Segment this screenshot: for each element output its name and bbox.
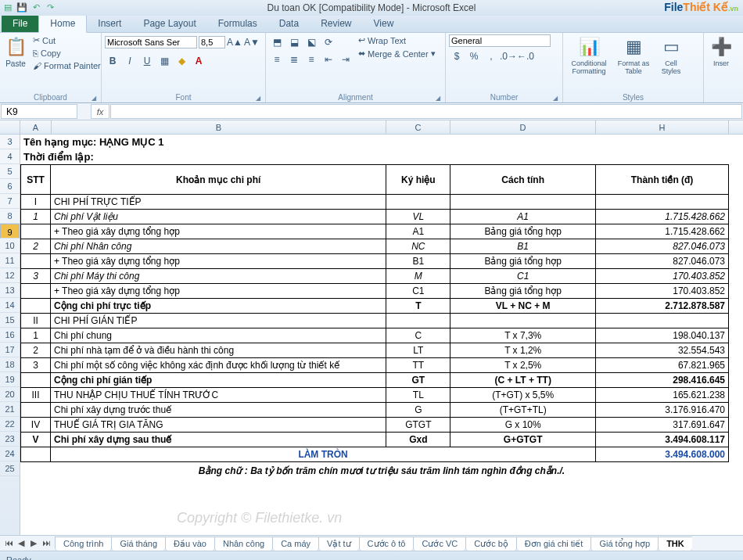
decrease-indent-icon[interactable]: ⇤ xyxy=(321,52,336,67)
sheet-tab[interactable]: Cước VC xyxy=(413,537,466,551)
sheet-tab[interactable]: THK xyxy=(658,537,692,551)
tab-insert[interactable]: Insert xyxy=(87,15,132,32)
row-header[interactable]: 22 xyxy=(0,417,20,432)
font-color-button[interactable]: A xyxy=(191,53,206,69)
cell-styles-button[interactable]: ▭Cell Styles xyxy=(655,34,687,75)
tab-view[interactable]: View xyxy=(363,15,405,32)
table-row[interactable]: IIITHU NHẬP CHỊU THUẾ TÍNH TRƯỚCTL(T+GT)… xyxy=(21,388,729,403)
table-row[interactable]: 1Chi phí Vật liệuVLA11.715.428.662 xyxy=(21,210,729,224)
sheet-tab[interactable]: Ca máy xyxy=(272,537,319,551)
table-row[interactable]: ICHI PHÍ TRỰC TIẾP xyxy=(21,195,729,210)
sheet-tab[interactable]: Giá tháng xyxy=(111,537,166,551)
sheet-tab[interactable]: Đầu vào xyxy=(165,537,215,551)
sheet-first-icon[interactable]: ⏮ xyxy=(3,538,14,548)
align-right-icon[interactable]: ≡ xyxy=(303,52,319,67)
row-header[interactable]: 15 xyxy=(0,313,20,328)
tab-formulas[interactable]: Formulas xyxy=(207,15,268,32)
row-header[interactable]: 14 xyxy=(0,298,20,313)
row-header[interactable]: 3 xyxy=(0,135,20,149)
align-middle-icon[interactable]: ⬓ xyxy=(286,34,302,50)
row-header[interactable]: 24 xyxy=(0,447,20,461)
row-header[interactable]: 8 xyxy=(0,209,20,224)
decrease-decimal-icon[interactable]: ←.0 xyxy=(518,48,533,64)
dialog-launcher-icon[interactable]: ◢ xyxy=(92,95,96,102)
row-header[interactable]: 25 xyxy=(0,461,20,476)
sheet-tab[interactable]: Đơn giá chi tiết xyxy=(516,537,592,551)
border-button[interactable]: ▦ xyxy=(156,53,172,69)
row-header[interactable]: 7 xyxy=(0,194,20,209)
formula-input[interactable] xyxy=(110,104,742,119)
align-left-icon[interactable]: ≡ xyxy=(269,52,285,67)
font-name-select[interactable] xyxy=(105,36,197,48)
sheet-prev-icon[interactable]: ◀ xyxy=(16,538,27,548)
underline-button[interactable]: U xyxy=(139,53,155,69)
col-header-b[interactable]: B xyxy=(52,120,386,134)
percent-icon[interactable]: % xyxy=(466,48,482,64)
table-row[interactable]: + Theo giá xây dựng tổng hợpB1Bảng giá t… xyxy=(21,254,729,269)
conditional-formatting-button[interactable]: 📊Conditional Formatting xyxy=(566,34,612,75)
table-row[interactable]: + Theo giá xây dựng tổng hợpA1Bảng giá t… xyxy=(21,224,729,239)
tab-page-layout[interactable]: Page Layout xyxy=(132,15,206,32)
table-row[interactable]: 2Chi phí Nhân côngNCB1827.046.073 xyxy=(21,239,729,254)
fx-button[interactable]: fx xyxy=(91,104,109,119)
fill-color-button[interactable]: ◆ xyxy=(174,53,189,69)
shrink-font-icon[interactable]: A▼ xyxy=(244,34,260,50)
table-row[interactable]: IVTHUẾ GIÁ TRỊ GIA TĂNGGTGTG x 10%317.69… xyxy=(21,418,729,433)
row-header[interactable]: 18 xyxy=(0,357,20,372)
redo-icon[interactable]: ↷ xyxy=(44,1,56,13)
col-header-h[interactable]: H xyxy=(596,120,729,134)
sheet-last-icon[interactable]: ⏭ xyxy=(41,538,52,548)
row-header[interactable]: 4 xyxy=(0,149,20,164)
dialog-launcher-icon[interactable]: ◢ xyxy=(256,95,260,102)
row-header[interactable]: 19 xyxy=(0,372,20,387)
table-row[interactable]: 3Chi phí một số công việc không xác định… xyxy=(21,358,729,373)
undo-icon[interactable]: ↶ xyxy=(30,1,42,13)
italic-button[interactable]: I xyxy=(122,53,138,69)
merge-center-button[interactable]: ⬌Merge & Center▾ xyxy=(357,48,437,59)
bold-button[interactable]: B xyxy=(105,53,120,69)
align-center-icon[interactable]: ≣ xyxy=(286,52,302,67)
number-format-select[interactable] xyxy=(449,34,551,47)
sheet-next-icon[interactable]: ▶ xyxy=(28,538,39,548)
col-header-a[interactable]: A xyxy=(20,120,52,134)
table-row[interactable]: LÀM TRÒN3.494.608.000 xyxy=(21,447,729,462)
row-header[interactable]: 9 xyxy=(0,224,20,239)
orientation-icon[interactable]: ⟳ xyxy=(321,34,336,50)
col-header-d[interactable]: D xyxy=(450,120,596,134)
accounting-icon[interactable]: $ xyxy=(449,48,465,64)
select-all-corner[interactable] xyxy=(0,120,20,134)
save-icon[interactable]: 💾 xyxy=(16,1,28,13)
row-header[interactable]: 6 xyxy=(0,179,20,194)
row-header[interactable]: 17 xyxy=(0,343,20,357)
row-header[interactable]: 5 xyxy=(0,164,20,179)
cells-area[interactable]: Tên hạng mục: HẠNG MỤC 1 Thời điểm lập: … xyxy=(20,135,743,535)
sheet-tab[interactable]: Công trình xyxy=(55,537,112,551)
copy-button[interactable]: ⎘Copy xyxy=(31,48,102,59)
row-header[interactable]: 13 xyxy=(0,283,20,298)
tab-data[interactable]: Data xyxy=(268,15,310,32)
format-painter-button[interactable]: 🖌Format Painter xyxy=(31,60,102,71)
sheet-tab[interactable]: Vật tư xyxy=(318,537,360,551)
tab-file[interactable]: File xyxy=(2,15,38,32)
paste-button[interactable]: 📋 Paste xyxy=(3,34,28,68)
row-header[interactable]: 16 xyxy=(0,328,20,343)
font-size-select[interactable] xyxy=(199,36,225,48)
table-row[interactable]: VChi phí xây dựng sau thuếGxdG+GTGT3.494… xyxy=(21,433,729,447)
table-row[interactable]: IICHI PHÍ GIÁN TIẾP xyxy=(21,314,729,328)
sheet-tab[interactable]: Cước bộ xyxy=(465,537,517,551)
format-as-table-button[interactable]: ▦Format as Table xyxy=(615,34,652,75)
dialog-launcher-icon[interactable]: ◢ xyxy=(436,95,440,102)
table-row[interactable]: Cộng chi phí gián tiếpGT(C + LT + TT)298… xyxy=(21,373,729,388)
wrap-text-button[interactable]: ↩Wrap Text xyxy=(357,34,437,46)
align-top-icon[interactable]: ⬒ xyxy=(269,34,285,50)
table-row[interactable]: 1Chi phí chungCT x 7,3%198.040.137 xyxy=(21,328,729,343)
increase-indent-icon[interactable]: ⇥ xyxy=(338,52,354,67)
table-row[interactable]: 3Chi phí Máy thi côngMC1170.403.852 xyxy=(21,269,729,284)
name-box[interactable]: K9 xyxy=(1,104,77,119)
table-row[interactable]: + Theo giá xây dựng tổng hợpC1Bảng giá t… xyxy=(21,284,729,299)
row-header[interactable]: 11 xyxy=(0,253,20,268)
cut-button[interactable]: ✂Cut xyxy=(31,34,102,46)
sheet-tab[interactable]: Cước ô tô xyxy=(359,537,415,551)
table-row[interactable]: 2Chi phí nhà tạm để ở và điều hành thi c… xyxy=(21,343,729,358)
col-header-c[interactable]: C xyxy=(386,120,450,134)
